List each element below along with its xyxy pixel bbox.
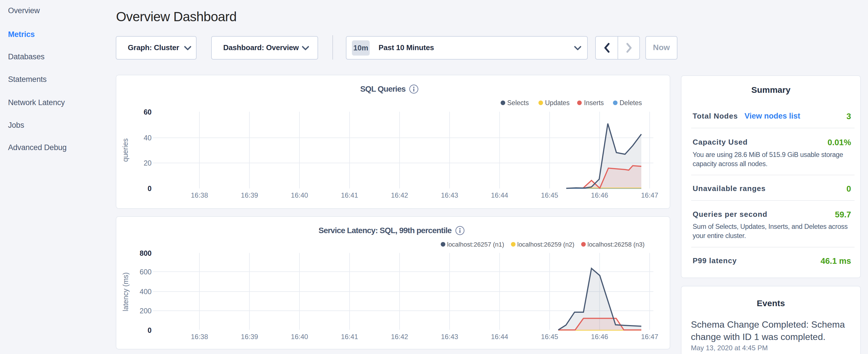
svg-text:60: 60 xyxy=(144,108,152,116)
svg-text:16:46: 16:46 xyxy=(591,191,608,199)
svg-text:16:43: 16:43 xyxy=(441,333,458,341)
svg-text:Selects: Selects xyxy=(507,99,529,106)
svg-text:Updates: Updates xyxy=(545,99,570,106)
svg-text:Deletes: Deletes xyxy=(620,99,642,106)
svg-text:16:38: 16:38 xyxy=(191,333,208,341)
svg-text:16:40: 16:40 xyxy=(291,333,308,341)
svg-text:16:44: 16:44 xyxy=(491,333,508,341)
svg-text:16:39: 16:39 xyxy=(241,191,258,199)
svg-text:20: 20 xyxy=(144,159,152,167)
svg-text:16:46: 16:46 xyxy=(591,333,608,341)
svg-text:600: 600 xyxy=(140,268,152,276)
svg-text:800: 800 xyxy=(140,249,152,257)
svg-text:0: 0 xyxy=(148,326,152,334)
svg-text:queries: queries xyxy=(121,138,129,162)
svg-text:16:41: 16:41 xyxy=(341,191,358,199)
svg-text:16:38: 16:38 xyxy=(191,191,208,199)
svg-text:16:42: 16:42 xyxy=(391,191,408,199)
svg-text:localhost:26258 (n3): localhost:26258 (n3) xyxy=(587,241,645,248)
svg-text:0: 0 xyxy=(148,185,152,192)
svg-text:Inserts: Inserts xyxy=(584,99,604,106)
svg-text:16:45: 16:45 xyxy=(541,333,558,341)
svg-text:16:39: 16:39 xyxy=(241,333,258,341)
svg-text:16:41: 16:41 xyxy=(341,333,358,341)
svg-text:16:47: 16:47 xyxy=(641,191,658,199)
svg-text:16:40: 16:40 xyxy=(291,191,308,199)
svg-text:latency (ms): latency (ms) xyxy=(122,272,129,311)
svg-text:16:47: 16:47 xyxy=(641,333,658,341)
svg-text:16:43: 16:43 xyxy=(441,191,458,199)
svg-text:200: 200 xyxy=(140,307,152,315)
svg-text:16:42: 16:42 xyxy=(391,333,408,341)
svg-text:localhost:26257 (n1): localhost:26257 (n1) xyxy=(447,241,504,248)
svg-text:localhost:26259 (n2): localhost:26259 (n2) xyxy=(517,241,574,248)
svg-text:400: 400 xyxy=(140,288,152,296)
svg-text:40: 40 xyxy=(144,134,152,142)
svg-text:16:45: 16:45 xyxy=(541,191,558,199)
svg-text:16:44: 16:44 xyxy=(491,191,508,199)
